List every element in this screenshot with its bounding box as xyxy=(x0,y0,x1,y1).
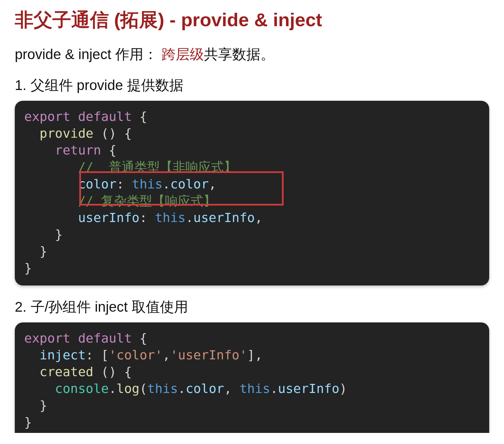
kw-export: export xyxy=(24,331,70,346)
kw-default: default xyxy=(78,331,132,346)
fn-log: log xyxy=(117,381,140,396)
code-provide: export default { provide () { return { /… xyxy=(24,108,480,277)
kw-this: this xyxy=(240,381,270,396)
kw-return: return xyxy=(55,143,101,158)
code-block-provide: export default { provide () { return { /… xyxy=(15,101,489,285)
punct: : [ xyxy=(86,348,109,362)
code-block-inject: export default { inject: ['color','userI… xyxy=(15,322,489,433)
punct: ], xyxy=(247,348,263,362)
indent xyxy=(24,126,40,141)
paren: ) xyxy=(339,381,347,396)
kw-export: export xyxy=(24,109,70,124)
key-inject: inject xyxy=(40,348,86,362)
comma: , xyxy=(163,348,170,362)
comment-text: 普通类型【非响应式】 xyxy=(101,160,237,174)
fn-provide: provide xyxy=(40,126,93,141)
brace: { xyxy=(132,109,147,124)
obj-console: console xyxy=(55,381,109,396)
dot: . xyxy=(109,381,117,396)
indent xyxy=(24,177,78,191)
indent xyxy=(24,193,78,208)
kw-this: this xyxy=(147,381,178,396)
comment-text: 复杂类型【响应式】 xyxy=(101,193,216,208)
key-userinfo: userInfo xyxy=(78,210,139,225)
intro-line: provide & inject 作用： 跨层级共享数据。 xyxy=(15,45,489,64)
str-userinfo: 'userInfo' xyxy=(170,348,247,362)
title-prefix: 非父子通信 (拓展) - xyxy=(15,9,181,30)
str-color: 'color' xyxy=(109,348,163,362)
brace: } xyxy=(40,244,47,259)
paren: ( xyxy=(139,381,147,396)
attr-userinfo: userInfo xyxy=(193,210,255,225)
punct: { xyxy=(101,143,117,158)
comma: , xyxy=(255,210,262,225)
comma: , xyxy=(209,177,216,191)
comment-slashes: // xyxy=(78,160,101,174)
key-color: color xyxy=(78,177,116,191)
attr-color: color xyxy=(186,381,224,396)
indent xyxy=(24,210,78,225)
dot: . xyxy=(163,177,170,191)
brace: { xyxy=(132,331,147,346)
intro-lead: provide & inject 作用： xyxy=(15,46,162,62)
brace: } xyxy=(24,415,32,430)
punct: () { xyxy=(93,126,132,141)
dot: . xyxy=(185,210,193,225)
brace: } xyxy=(55,227,63,242)
attr-userinfo: userInfo xyxy=(278,381,339,396)
indent xyxy=(24,381,55,396)
indent xyxy=(24,364,40,379)
step-1-heading: 1. 父组件 provide 提供数据 xyxy=(15,76,489,95)
brace: } xyxy=(40,398,47,413)
indent xyxy=(24,244,40,259)
indent xyxy=(24,160,78,174)
fn-created: created xyxy=(40,364,93,379)
indent xyxy=(24,227,55,242)
comment-slashes: // xyxy=(78,193,101,208)
document-page: 非父子通信 (拓展) - provide & inject provide & … xyxy=(0,0,504,433)
brace: } xyxy=(24,261,32,275)
kw-this: this xyxy=(132,177,163,191)
step-2-heading: 2. 子/孙组件 inject 取值使用 xyxy=(15,298,489,316)
kw-default: default xyxy=(78,109,132,124)
attr-color: color xyxy=(170,177,209,191)
dot: . xyxy=(178,381,186,396)
colon: : xyxy=(139,210,155,225)
indent xyxy=(24,398,40,413)
intro-trail: 共享数据。 xyxy=(204,46,275,62)
colon: : xyxy=(117,177,132,191)
comma: , xyxy=(224,381,240,396)
punct: () { xyxy=(93,364,132,379)
indent xyxy=(24,348,40,362)
page-title: 非父子通信 (拓展) - provide & inject xyxy=(15,8,489,32)
title-suffix: provide & inject xyxy=(181,9,322,30)
dot: . xyxy=(270,381,278,396)
code-inject: export default { inject: ['color','userI… xyxy=(24,330,480,431)
intro-highlight: 跨层级 xyxy=(162,46,204,62)
kw-this: this xyxy=(155,210,186,225)
indent xyxy=(24,143,55,158)
